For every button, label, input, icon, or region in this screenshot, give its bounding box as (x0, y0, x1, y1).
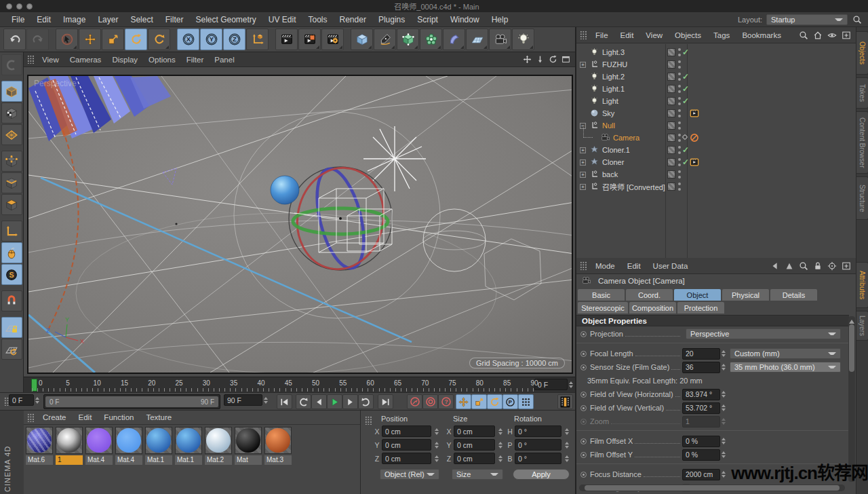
spinner-icon[interactable] (720, 348, 726, 360)
object-row-fuzhu[interactable]: +FUZHU (576, 58, 857, 71)
render-visibility-dot[interactable] (678, 54, 681, 56)
material-thumbnail[interactable] (145, 427, 172, 454)
material-thumbnail[interactable] (85, 427, 113, 454)
search-button[interactable] (797, 29, 809, 41)
record-rotation-toggle[interactable] (487, 394, 502, 409)
minimize-window-button[interactable] (16, 3, 22, 10)
viewport-menu-cameras[interactable]: Cameras (64, 54, 107, 66)
object-manager-menu-tags[interactable]: Tags (707, 29, 736, 41)
keyframe-bullet-icon[interactable] (580, 364, 587, 370)
visibility-dots[interactable] (678, 158, 681, 166)
search-button[interactable] (797, 260, 809, 271)
menubar-item-filter[interactable]: Filter (159, 13, 190, 26)
object-row-light-2[interactable]: Light.2✓ (576, 71, 857, 83)
add-deformer-button[interactable] (443, 28, 465, 50)
eye-button[interactable] (826, 29, 837, 41)
material-thumbnail[interactable] (235, 427, 262, 454)
object-manager-menu-file[interactable]: File (589, 29, 614, 41)
editor-visibility-dot[interactable] (678, 48, 681, 51)
zoom-field[interactable]: 1 (682, 416, 720, 428)
previous-frame-button[interactable] (311, 394, 327, 409)
expand-icon[interactable]: + (580, 62, 586, 68)
editor-visibility-dot[interactable] (678, 73, 681, 75)
viewport-menu-panel[interactable]: Panel (209, 54, 239, 66)
material-menu-edit[interactable]: Edit (73, 411, 98, 423)
viewport-menu-display[interactable]: Display (106, 54, 143, 66)
pan-view-button[interactable] (521, 54, 532, 65)
material-menu-function[interactable]: Function (98, 411, 140, 423)
focal-length-field[interactable]: 20 (682, 348, 720, 360)
keyframe-bullet-icon[interactable] (580, 392, 587, 398)
menubar-item-layer[interactable]: Layer (92, 13, 124, 26)
visibility-dots[interactable] (678, 183, 681, 191)
render-settings-button[interactable] (321, 28, 344, 50)
record-position-toggle[interactable] (456, 394, 471, 409)
tab-details[interactable]: Details (770, 289, 817, 301)
object-row-cloner[interactable]: +Cloner✓ (576, 156, 857, 168)
tab-physical[interactable]: Physical (722, 289, 769, 301)
spinner-icon[interactable] (497, 425, 503, 437)
rotate-button[interactable] (125, 28, 147, 50)
coord-input-size-z[interactable]: 0 cm (454, 453, 495, 464)
material-thumbnail[interactable] (56, 427, 83, 454)
vertical-scrollbar[interactable] (848, 316, 855, 482)
editor-visibility-dot[interactable] (678, 121, 681, 124)
scale-button[interactable] (102, 28, 124, 50)
track-button[interactable] (826, 260, 837, 271)
tab-stereoscopic[interactable]: Stereoscopic (578, 302, 628, 314)
object-row-cloner-1[interactable]: +Cloner.1✓ (576, 144, 857, 156)
material-thumbnail[interactable] (205, 427, 232, 454)
visibility-dots[interactable] (678, 170, 681, 178)
layer-color-box[interactable] (667, 73, 675, 81)
render-visibility-dot[interactable] (678, 66, 681, 69)
keyframe-bullet-icon[interactable] (580, 452, 587, 458)
enabled-check-icon[interactable]: ✓ (682, 72, 689, 81)
keyframe-bullet-icon[interactable] (580, 351, 587, 357)
side-tab-structure[interactable]: Structure (856, 176, 868, 220)
material-thumbnail[interactable] (264, 427, 292, 454)
material-mat-7[interactable]: Mat (235, 427, 262, 465)
material-mat-6-0[interactable]: Mat.6 (26, 427, 53, 465)
size-dropdown[interactable]: Size (452, 469, 503, 480)
lock-button[interactable] (812, 260, 823, 271)
expand-icon[interactable]: + (580, 184, 586, 190)
spinner-icon[interactable] (720, 389, 726, 400)
autokeying-button[interactable] (422, 394, 438, 409)
current-frame-field[interactable]: 0 F (534, 379, 568, 390)
display-tag-icon[interactable] (681, 133, 689, 143)
record-scale-toggle[interactable] (471, 394, 487, 409)
render-visibility-dot[interactable] (678, 164, 681, 166)
object-row-light[interactable]: Light✓ (576, 95, 857, 107)
spinner-icon[interactable] (720, 436, 726, 447)
add-generator-button[interactable] (397, 28, 419, 50)
enabled-check-icon[interactable]: ✓ (682, 157, 689, 167)
add-spline-button[interactable] (374, 28, 396, 50)
add-camera-button[interactable] (489, 28, 511, 50)
lock-x-button[interactable]: X (177, 28, 199, 50)
render-visibility-dot[interactable] (678, 151, 681, 154)
panel-grip-icon[interactable] (365, 416, 372, 425)
menubar-item-script[interactable]: Script (411, 13, 444, 26)
object-row-camera[interactable]: Camera (576, 132, 857, 144)
viewport-menu-view[interactable]: View (37, 54, 64, 66)
layer-color-box[interactable] (667, 97, 675, 105)
sensor-size-film-gate-field[interactable]: 36 (682, 362, 720, 373)
add-light-button[interactable] (512, 28, 534, 50)
visibility-dots[interactable] (678, 121, 681, 130)
keyframe-help-button[interactable]: ? (438, 394, 454, 409)
expand-icon[interactable]: + (580, 159, 586, 166)
object-row-light-1[interactable]: Light.1✓ (576, 83, 857, 95)
editor-visibility-dot[interactable] (678, 146, 681, 149)
add-cube-button[interactable] (351, 28, 373, 50)
panel-grip-icon[interactable] (27, 55, 35, 64)
expand-icon[interactable]: + (580, 172, 586, 178)
coord-input-position-y[interactable]: 0 cm (382, 439, 431, 451)
render-visibility-dot[interactable] (678, 78, 681, 81)
viewport-menu-options[interactable]: Options (143, 54, 181, 66)
coord-input-rotation-h[interactable]: 0 ° (515, 425, 561, 437)
sensor-size-film-gate-preset-dropdown[interactable]: 35 mm Photo (36.0 mm) (730, 362, 841, 373)
coord-system-button[interactable] (246, 28, 269, 50)
side-tab-layers[interactable]: Layers (856, 311, 868, 341)
layer-color-box[interactable] (667, 109, 675, 117)
render-visibility-dot[interactable] (678, 188, 681, 191)
